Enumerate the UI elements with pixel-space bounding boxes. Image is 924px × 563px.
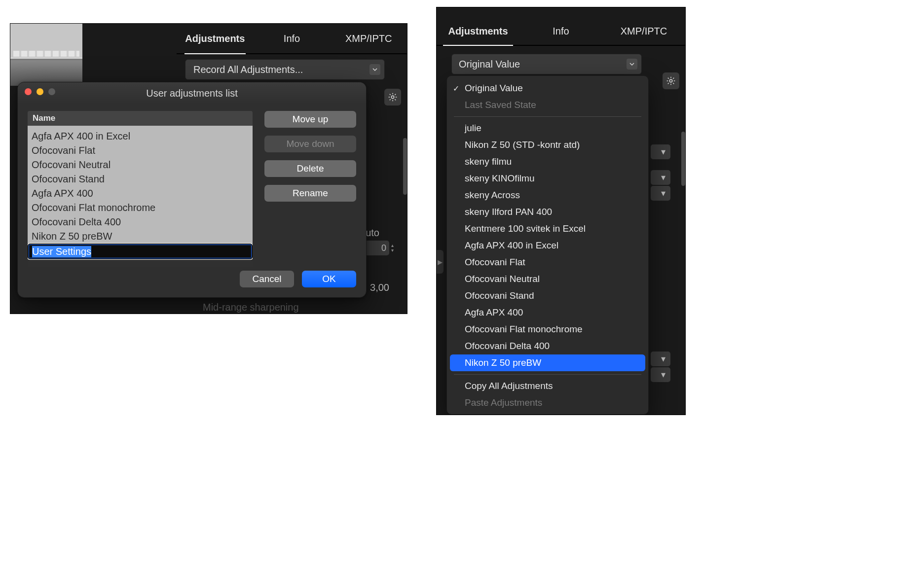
list-item[interactable]: Ofocovani Flat	[28, 143, 253, 158]
bg-spinbox[interactable]: 0 ▴▾	[363, 241, 389, 255]
menu-item-label: Ofocovani Delta 400	[465, 341, 550, 352]
bg-dropdown[interactable]: ▾	[651, 144, 670, 159]
gear-icon[interactable]	[384, 89, 401, 106]
rename-button[interactable]: Rename	[264, 185, 356, 202]
menu-item-label: skeny Across	[465, 190, 520, 201]
tab-xmp-iptc[interactable]: XMP/IPTC	[330, 24, 407, 53]
adjustments-dropdown[interactable]: Record All Adjustments...	[185, 59, 385, 80]
tab-xmp-iptc[interactable]: XMP/IPTC	[602, 17, 685, 45]
column-header-name[interactable]: Name	[28, 111, 253, 126]
list-item-label: Agfa APX 400 in Excel	[32, 131, 130, 141]
scroll-handle[interactable]	[681, 132, 685, 186]
menu-item-preset[interactable]: skeny KINOfilmu	[447, 170, 648, 187]
menu-item-preset[interactable]: Agfa APX 400 in Excel	[447, 237, 648, 254]
svg-line-8	[390, 99, 391, 100]
tab-info[interactable]: Info	[254, 24, 331, 53]
window-controls	[25, 88, 55, 95]
panel-expand-icon[interactable]: ▸	[437, 250, 444, 274]
menu-item-preset[interactable]: skeny Ilford PAN 400	[447, 204, 648, 220]
menu-item-save-all-adjustments-[interactable]: Save All Adjustments...	[447, 411, 648, 415]
menu-item-label: julie	[465, 123, 481, 134]
list-item-label: Ofocovani Flat	[32, 145, 95, 156]
list-item[interactable]: Kentmere 100 svitek in Excel	[28, 126, 253, 129]
rename-input[interactable]	[28, 244, 253, 259]
scroll-handle[interactable]	[403, 138, 407, 195]
menu-item-label: Agfa APX 400	[465, 307, 523, 318]
menu-item-preset[interactable]: Ofocovani Stand	[447, 287, 648, 304]
dialog-titlebar[interactable]: User adjustments list	[18, 82, 366, 104]
menu-item-preset[interactable]: Agfa APX 400	[447, 304, 648, 321]
list-item[interactable]: Ofocovani Neutral	[28, 158, 253, 172]
bg-sharpening-label: Mid-range sharpening	[203, 302, 299, 313]
svg-line-6	[395, 99, 396, 100]
column-header-label: Name	[33, 113, 55, 123]
menu-item-preset[interactable]: Ofocovani Flat	[447, 254, 648, 271]
check-icon: ✓	[453, 84, 459, 93]
ok-button[interactable]: OK	[302, 271, 356, 287]
svg-line-16	[673, 78, 674, 79]
svg-line-15	[673, 83, 674, 84]
dialog-side-buttons: Move up Move down Delete Rename	[264, 111, 356, 202]
menu-item-label: skeny filmu	[465, 156, 512, 167]
menu-item-preset[interactable]: Ofocovani Flat monochrome	[447, 321, 648, 338]
bg-number: 3,00	[370, 282, 389, 293]
list-item-label: Ofocovani Delta 400	[32, 216, 121, 227]
chevron-down-icon: ▾	[659, 172, 667, 183]
menu-item-preset[interactable]: skeny filmu	[447, 153, 648, 170]
menu-item-copy-all-adjustments[interactable]: Copy All Adjustments	[447, 378, 648, 394]
dialog-body: Name Kentmere 100 svitek in ExcelAgfa AP…	[28, 111, 356, 267]
menu-item-original-value[interactable]: ✓Original Value	[447, 80, 648, 97]
svg-line-5	[390, 94, 391, 95]
menu-item-label: Kentmere 100 svitek in Excel	[465, 223, 586, 234]
menu-item-preset[interactable]: skeny Across	[447, 187, 648, 204]
preset-menu: ✓Original ValueLast Saved StatejulieNiko…	[446, 75, 649, 415]
delete-button[interactable]: Delete	[264, 160, 356, 177]
list-item[interactable]: Agfa APX 400 in Excel	[28, 129, 253, 143]
menu-item-paste-adjustments: Paste Adjustments	[447, 394, 648, 411]
tab-label: Adjustments	[185, 33, 245, 44]
bg-dropdown[interactable]: ▾	[651, 170, 670, 185]
menu-item-preset[interactable]: Kentmere 100 svitek in Excel	[447, 220, 648, 237]
tab-info[interactable]: Info	[519, 17, 602, 45]
list-item[interactable]: Ofocovani Delta 400	[28, 215, 253, 229]
button-label: Rename	[293, 188, 328, 198]
tab-adjustments[interactable]: Adjustments	[437, 17, 519, 45]
menu-item-preset[interactable]: Nikon Z 50 (STD -kontr atd)	[447, 137, 648, 153]
cancel-button[interactable]: Cancel	[240, 271, 294, 287]
chevron-down-icon	[370, 64, 380, 75]
close-icon[interactable]	[25, 88, 32, 95]
list-item[interactable]: Ofocovani Flat monochrome	[28, 201, 253, 215]
menu-item-preset[interactable]: julie	[447, 120, 648, 137]
chevron-down-icon: ▾	[659, 353, 667, 364]
svg-point-9	[669, 79, 672, 82]
menu-item-preset[interactable]: Nikon Z 50 preBW	[450, 354, 645, 371]
stepper-arrows-icon: ▴▾	[391, 241, 398, 255]
chevron-down-icon: ▾	[659, 369, 667, 380]
bg-dropdown[interactable]: ▾	[651, 352, 670, 366]
preset-select[interactable]: Original Value	[451, 54, 642, 74]
minimize-icon[interactable]	[37, 88, 43, 95]
button-label: OK	[322, 274, 335, 284]
adjustments-listbox[interactable]: Kentmere 100 svitek in ExcelAgfa APX 400…	[28, 126, 253, 267]
list-item[interactable]: Agfa APX 400	[28, 186, 253, 201]
svg-line-7	[395, 94, 396, 95]
list-item-label: Ofocovani Stand	[32, 174, 105, 184]
menu-item-preset[interactable]: Ofocovani Delta 400	[447, 338, 648, 354]
menu-item-label: Last Saved State	[465, 100, 536, 110]
gear-icon[interactable]	[663, 72, 679, 89]
move-up-button[interactable]: Move up	[264, 111, 356, 128]
bg-dropdown[interactable]: ▾	[651, 367, 670, 382]
menu-item-label: Ofocovani Flat	[465, 257, 525, 268]
chevron-down-icon: ▾	[659, 146, 667, 157]
list-item-label: Ofocovani Neutral	[32, 159, 111, 170]
list-item-editing[interactable]	[28, 244, 253, 259]
chevron-down-icon: ▾	[659, 188, 667, 199]
list-item[interactable]: Ofocovani Stand	[28, 172, 253, 186]
list-item[interactable]: Nikon Z 50 preBW	[28, 229, 253, 244]
tab-adjustments[interactable]: Adjustments	[177, 24, 254, 53]
bg-text-auto: uto	[366, 227, 379, 239]
chevron-down-icon	[627, 59, 637, 70]
bg-dropdown[interactable]: ▾	[651, 186, 670, 201]
list-item-label: Kentmere 100 svitek in Excel	[32, 126, 159, 127]
menu-item-preset[interactable]: Ofocovani Neutral	[447, 271, 648, 287]
